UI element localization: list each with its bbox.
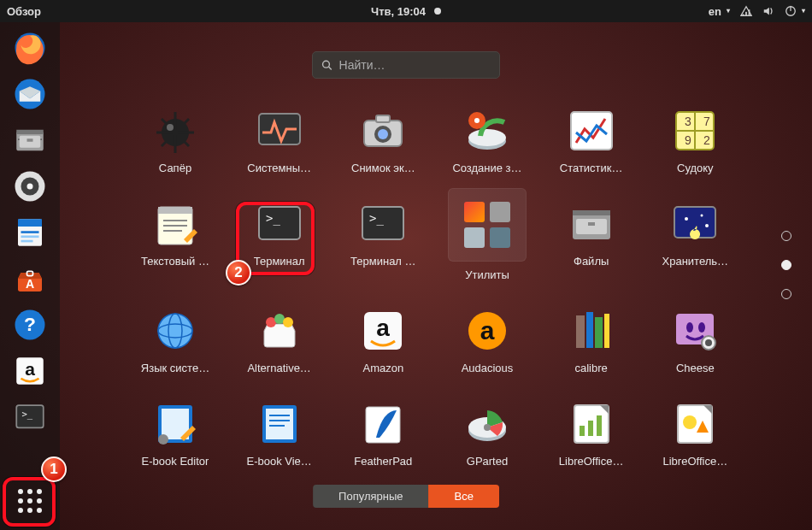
svg-text:>_: >_ (266, 211, 280, 226)
applications-grid: Сапёр Системны… Снимок эк… Создание з… С… (128, 107, 744, 468)
apps-grid-icon (18, 489, 42, 513)
svg-rect-4 (790, 6, 791, 11)
app-screenshot[interactable]: Снимок эк… (336, 107, 430, 174)
cheese-icon (671, 307, 719, 355)
svg-rect-19 (21, 240, 33, 243)
app-label: Снимок эк… (351, 162, 415, 174)
power-icon (785, 5, 797, 17)
app-alternative-software[interactable]: Alternative… (232, 307, 327, 374)
notification-dot-icon (434, 8, 441, 15)
dock-thunderbird[interactable] (9, 74, 50, 115)
input-source-indicator[interactable]: en (709, 5, 721, 18)
app-label: Cheese (676, 362, 715, 374)
app-label: Amazon (362, 362, 403, 374)
audacious-icon: a (463, 307, 511, 355)
search-field[interactable] (312, 51, 500, 79)
app-gparted[interactable]: GParted (440, 400, 534, 468)
clock-label: Чтв, 19:04 (371, 5, 426, 18)
app-label: Терминал (254, 255, 305, 268)
app-label: E-book Editor (142, 455, 209, 468)
svg-text:a: a (25, 359, 35, 379)
svg-point-87 (698, 322, 705, 333)
dock-help[interactable]: ? (9, 304, 50, 345)
dock-firefox[interactable] (9, 27, 50, 68)
startup-disk-icon (463, 107, 511, 155)
app-label: Терминал … (350, 255, 415, 268)
show-applications-button[interactable] (9, 480, 50, 521)
app-label: FeatherPad (354, 455, 412, 468)
gparted-icon (463, 400, 511, 448)
app-label: Язык систе… (141, 362, 209, 374)
svg-rect-84 (604, 314, 609, 348)
app-terminal-alt[interactable]: >_ Терминал … (336, 200, 430, 281)
app-startup-disk[interactable]: Создание з… (440, 107, 534, 174)
svg-rect-106 (597, 415, 602, 436)
app-calibre[interactable]: calibre (544, 307, 638, 374)
app-label: Создание з… (452, 162, 521, 174)
status-area[interactable]: en ▾ ▾ (709, 5, 805, 18)
app-utilities-folder[interactable]: Утилиты (440, 200, 534, 281)
annotation-badge-2: 2 (226, 260, 251, 286)
dock-software[interactable]: A (9, 258, 50, 299)
sudoku-icon: 3792 (671, 107, 719, 155)
dock-rhythmbox[interactable] (9, 166, 50, 207)
app-language[interactable]: Язык систе… (128, 307, 222, 374)
app-amazon[interactable]: a Amazon (336, 307, 430, 374)
app-label: Alternative… (247, 362, 310, 374)
app-text-editor[interactable]: Текстовый … (128, 200, 222, 281)
svg-rect-0 (743, 15, 744, 16)
utilities-folder-icon (448, 188, 527, 262)
dock-amazon[interactable]: a (9, 350, 50, 392)
app-featherpad[interactable]: FeatherPad (336, 400, 430, 468)
ebook-editor-icon (151, 400, 199, 448)
app-system-monitor[interactable]: Системны… (232, 107, 327, 174)
svg-point-14 (27, 184, 33, 190)
text-editor-icon (151, 200, 199, 248)
svg-text:?: ? (24, 313, 36, 335)
svg-line-29 (329, 67, 332, 69)
dock-files[interactable] (9, 120, 50, 161)
app-mines[interactable]: Сапёр (128, 107, 222, 174)
annotation-badge-1: 1 (41, 456, 67, 482)
screenshot-icon (359, 107, 407, 155)
app-ebook-editor[interactable]: E-book Editor (128, 400, 222, 468)
svg-point-40 (378, 129, 388, 139)
svg-rect-17 (21, 231, 39, 233)
clock[interactable]: Чтв, 19:04 (371, 5, 441, 18)
app-libreoffice-1[interactable]: LibreOffice… (544, 400, 638, 468)
app-statistics[interactable]: Статистик… (544, 107, 638, 174)
app-label: calibre (575, 362, 608, 374)
app-label: Хранитель… (662, 255, 729, 268)
app-cheese[interactable]: Cheese (648, 307, 742, 374)
dock-writer[interactable] (9, 212, 50, 253)
app-label: LibreOffice… (663, 455, 728, 468)
libreoffice-icon (568, 400, 615, 448)
search-input[interactable] (339, 58, 491, 72)
app-audacious[interactable]: a Audacious (440, 307, 534, 374)
app-screensaver[interactable]: Хранитель… (648, 200, 742, 281)
svg-point-101 (484, 424, 491, 431)
dock-terminal[interactable]: >_ (9, 397, 50, 438)
svg-point-69 (705, 224, 709, 227)
app-sudoku[interactable]: 3792 Судоку (648, 107, 742, 174)
tab-all[interactable]: Все (429, 485, 499, 508)
app-libreoffice-2[interactable]: LibreOffice… (648, 400, 742, 468)
svg-rect-104 (580, 426, 585, 436)
app-label: Файлы (574, 255, 609, 268)
ebook-viewer-icon (256, 400, 303, 448)
page-dot-3[interactable] (781, 289, 791, 299)
svg-rect-45 (571, 112, 612, 150)
svg-rect-11 (27, 138, 33, 142)
app-files[interactable]: Файлы (544, 200, 638, 281)
page-dot-1[interactable] (781, 231, 791, 241)
tab-frequent[interactable]: Популярные (313, 485, 428, 508)
activities-button[interactable]: Обзор (7, 5, 41, 18)
terminal-alt-icon: >_ (359, 200, 407, 248)
svg-rect-105 (588, 421, 593, 436)
app-label: GParted (467, 455, 508, 468)
terminal-icon: >_ (256, 200, 303, 248)
svg-point-89 (705, 339, 712, 346)
page-dot-2[interactable] (781, 260, 791, 270)
app-ebook-viewer[interactable]: E-book Vie… (232, 400, 327, 468)
app-label: Системны… (247, 162, 311, 174)
